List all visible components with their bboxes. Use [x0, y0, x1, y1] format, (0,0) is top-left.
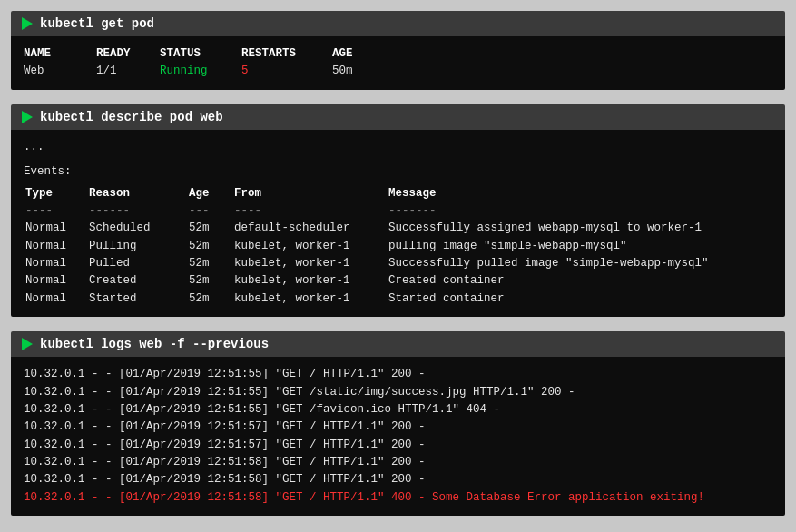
event1-type: Normal: [25, 238, 89, 255]
event-row-1: Normal Pulling 52m kubelet, worker-1 pul…: [25, 238, 772, 255]
log-line-5: 10.32.0.1 - - [01/Apr/2019 12:51:58] "GE…: [24, 454, 772, 471]
kubectl-logs-block: kubectl logs web -f --previous 10.32.0.1…: [11, 331, 785, 516]
block2-header: kubectl describe pod web: [11, 104, 785, 130]
log-line-2: 10.32.0.1 - - [01/Apr/2019 12:51:55] "GE…: [24, 401, 772, 419]
event1-from: kubelet, worker-1: [234, 238, 388, 255]
desc-col-reason: Reason: [89, 185, 189, 202]
pod-age: 50m: [332, 63, 387, 80]
event4-reason: Started: [89, 291, 189, 308]
desc-col-type: Type: [25, 185, 89, 202]
event4-age: 52m: [189, 291, 234, 308]
event3-type: Normal: [25, 272, 89, 290]
event-row-4: Normal Started 52m kubelet, worker-1 Sta…: [25, 291, 772, 308]
event-row-3: Normal Created 52m kubelet, worker-1 Cre…: [25, 272, 772, 290]
event1-reason: Pulling: [89, 238, 189, 255]
event0-reason: Scheduled: [89, 220, 189, 237]
event-row-0: Normal Scheduled 52m default-scheduler S…: [25, 220, 772, 237]
block2-body: ... Events: Type Reason Age From Message…: [11, 130, 785, 317]
event2-type: Normal: [25, 255, 89, 272]
event2-age: 52m: [189, 255, 234, 272]
event0-message: Successfully assigned webapp-mysql to wo…: [388, 220, 772, 237]
event-row-2: Normal Pulled 52m kubelet, worker-1 Succ…: [25, 255, 772, 272]
pod-row-web: Web 1/1 Running 5 50m: [24, 63, 772, 80]
div1: ----: [25, 202, 89, 220]
pod-name: Web: [24, 63, 96, 80]
event1-message: pulling image "simple-webapp-mysql": [388, 238, 772, 255]
event3-message: Created container: [388, 272, 772, 290]
event4-message: Started container: [388, 291, 772, 308]
describe-col-headers: Type Reason Age From Message: [25, 185, 772, 202]
event2-from: kubelet, worker-1: [234, 255, 388, 272]
col-name-header: NAME: [24, 45, 96, 63]
desc-col-from: From: [234, 185, 388, 202]
block3-title: kubectl logs web -f --previous: [40, 337, 269, 351]
block1-title: kubectl get pod: [40, 16, 154, 31]
col-age-header: AGE: [332, 45, 387, 63]
play-icon-3: [22, 338, 33, 350]
log-line-6: 10.32.0.1 - - [01/Apr/2019 12:51:58] "GE…: [24, 471, 772, 488]
table-header-row: NAME READY STATUS RESTARTS AGE: [24, 45, 772, 63]
desc-col-age: Age: [189, 185, 234, 202]
block3-header: kubectl logs web -f --previous: [11, 331, 785, 357]
div3: ---: [189, 202, 234, 220]
block1-header: kubectl get pod: [11, 11, 785, 36]
log-line-1: 10.32.0.1 - - [01/Apr/2019 12:51:55] "GE…: [24, 384, 772, 401]
log-line-0: 10.32.0.1 - - [01/Apr/2019 12:51:55] "GE…: [24, 366, 772, 383]
log-line-7: 10.32.0.1 - - [01/Apr/2019 12:51:58] "GE…: [24, 489, 772, 507]
log-line-3: 10.32.0.1 - - [01/Apr/2019 12:51:57] "GE…: [24, 419, 772, 436]
events-label: Events:: [24, 163, 772, 181]
div5: -------: [388, 202, 772, 220]
event3-reason: Created: [89, 272, 189, 290]
describe-dividers: ---- ------ --- ---- -------: [25, 202, 772, 220]
event4-from: kubelet, worker-1: [234, 291, 388, 308]
event3-from: kubelet, worker-1: [234, 272, 388, 290]
event0-age: 52m: [189, 220, 234, 237]
desc-col-message: Message: [388, 185, 772, 202]
log-line-4: 10.32.0.1 - - [01/Apr/2019 12:51:57] "GE…: [24, 437, 772, 454]
col-ready-header: READY: [96, 45, 160, 63]
event0-type: Normal: [25, 220, 89, 237]
pod-restarts: 5: [241, 63, 332, 80]
block3-body: 10.32.0.1 - - [01/Apr/2019 12:51:55] "GE…: [11, 357, 785, 516]
kubectl-get-pod-block: kubectl get pod NAME READY STATUS RESTAR…: [11, 11, 785, 90]
block1-body: NAME READY STATUS RESTARTS AGE Web 1/1 R…: [11, 36, 785, 90]
event2-reason: Pulled: [89, 255, 189, 272]
pod-status: Running: [160, 63, 241, 80]
div4: ----: [234, 202, 388, 220]
event4-type: Normal: [25, 291, 89, 308]
col-status-header: STATUS: [160, 45, 241, 63]
event3-age: 52m: [189, 272, 234, 290]
play-icon-2: [22, 111, 33, 123]
kubectl-describe-pod-block: kubectl describe pod web ... Events: Typ…: [11, 104, 785, 317]
event0-from: default-scheduler: [234, 220, 388, 237]
col-restarts-header: RESTARTS: [241, 45, 332, 63]
play-icon-1: [22, 17, 33, 30]
block2-title: kubectl describe pod web: [40, 110, 223, 124]
div2: ------: [89, 202, 189, 220]
pod-ready: 1/1: [96, 63, 160, 80]
ellipsis: ...: [24, 139, 772, 156]
event1-age: 52m: [189, 238, 234, 255]
event2-message: Successfully pulled image "simple-webapp…: [388, 255, 772, 272]
